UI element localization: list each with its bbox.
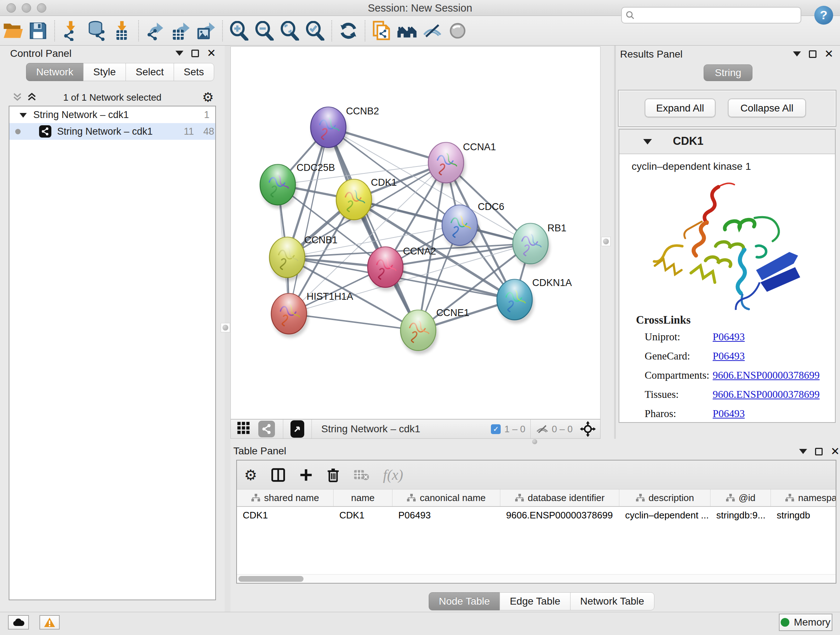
delete-table-icon[interactable]	[354, 469, 369, 481]
delete-column-icon[interactable]	[327, 468, 340, 482]
results-panel-float-icon[interactable]	[809, 50, 816, 58]
column-header-description[interactable]: description	[619, 489, 711, 506]
vertical-splitter-left[interactable]	[225, 46, 231, 612]
column-header-canonical-name[interactable]: canonical name	[393, 489, 500, 506]
splitter-handle[interactable]	[221, 323, 230, 333]
column-header-shared-name[interactable]: shared name	[237, 489, 333, 506]
network-overview-icon[interactable]	[258, 421, 275, 437]
network-edge-CCNB2-HIST1H1A[interactable]	[289, 127, 328, 314]
network-node-CCNA2[interactable]	[368, 247, 405, 291]
show-columns-icon[interactable]	[271, 468, 286, 482]
update-network-icon[interactable]	[336, 19, 361, 42]
show-hidden-icon[interactable]	[445, 19, 470, 42]
results-panel-close-icon[interactable]: ✕	[824, 50, 834, 58]
control-panel-collapse-icon[interactable]	[175, 51, 183, 56]
gene-section-header[interactable]: CDK1	[619, 130, 835, 154]
cloud-status-button[interactable]	[8, 615, 29, 630]
export-table-icon[interactable]	[168, 19, 193, 42]
section-expander-icon[interactable]	[643, 139, 652, 144]
crosslink-uniprot[interactable]: P06493	[713, 331, 745, 343]
toolbar-separator	[138, 20, 139, 41]
tree-expander-icon[interactable]	[19, 113, 27, 118]
vertical-splitter-right[interactable]	[600, 46, 616, 439]
table-horizontal-scrollbar[interactable]	[237, 574, 836, 583]
crosslink-tissues[interactable]: 9606.ENSP00000378699	[713, 388, 820, 401]
warnings-button[interactable]	[39, 615, 60, 630]
hide-selected-icon[interactable]	[420, 19, 445, 42]
help-button[interactable]: ?	[814, 6, 833, 25]
network-node-RB1[interactable]	[513, 223, 550, 268]
zoom-in-icon[interactable]	[226, 19, 252, 42]
scrollbar-thumb[interactable]	[238, 576, 303, 582]
detach-view-icon[interactable]	[291, 420, 304, 438]
collapse-all-button[interactable]: Collapse All	[728, 98, 806, 117]
add-column-icon[interactable]	[299, 468, 313, 482]
column-header-database-identifier[interactable]: database identifier	[500, 489, 619, 506]
tab-network-table[interactable]: Network Table	[570, 592, 654, 610]
tab-network[interactable]: Network	[26, 63, 84, 81]
tab-string[interactable]: String	[704, 65, 752, 81]
crosslink-label: Compartments:	[645, 369, 709, 381]
crosslink-label: Pharos:	[645, 408, 676, 420]
control-panel-float-icon[interactable]	[191, 50, 199, 57]
table-panel-float-icon[interactable]	[815, 448, 823, 455]
network-selection-status: 1 of 1 Network selected	[0, 92, 225, 103]
import-network-from-database-icon[interactable]	[84, 19, 109, 42]
horizontal-splitter[interactable]	[231, 439, 840, 445]
tab-select[interactable]: Select	[126, 63, 174, 81]
network-node-CCNE1[interactable]	[401, 310, 438, 355]
apply-function-icon[interactable]: f(x)	[383, 466, 403, 483]
network-collection-row[interactable]: String Network – cdk1 1	[9, 106, 215, 123]
tab-style[interactable]: Style	[83, 63, 126, 81]
copy-network-icon[interactable]	[369, 19, 394, 42]
tab-node-table[interactable]: Node Table	[429, 592, 500, 610]
column-header-name[interactable]: name	[333, 489, 393, 506]
export-image-icon[interactable]	[193, 19, 218, 42]
search-input[interactable]	[638, 10, 797, 21]
column-header-namespace[interactable]: namespace	[771, 489, 836, 506]
network-node-CCNB2[interactable]	[311, 107, 348, 151]
network-node-CCNA1[interactable]	[428, 142, 466, 187]
expand-all-button[interactable]: Expand All	[645, 98, 715, 117]
save-session-icon[interactable]	[25, 19, 51, 42]
network-node-CDC25B[interactable]	[260, 165, 297, 209]
export-network-icon[interactable]	[142, 19, 168, 42]
crosslink-genecard[interactable]: P06493	[713, 350, 745, 362]
search-box[interactable]	[621, 7, 801, 24]
column-header-id[interactable]: @id	[711, 489, 771, 506]
network-node-CDKN1A[interactable]	[497, 279, 534, 324]
table-panel-close-icon[interactable]: ✕	[831, 448, 840, 455]
table-options-gear-icon[interactable]: ⚙	[244, 467, 257, 483]
results-panel-collapse-icon[interactable]	[793, 51, 801, 57]
splitter-handle[interactable]	[532, 439, 537, 444]
tab-sets[interactable]: Sets	[174, 63, 214, 81]
memory-button[interactable]: Memory	[779, 614, 832, 631]
network-view-canvas[interactable]: CCNB2CCNA1CDC25BCDK1CDC6RB1CCNB1CCNA2HIS…	[231, 46, 600, 419]
zoom-selected-icon[interactable]	[302, 19, 328, 42]
table-panel-collapse-icon[interactable]	[799, 449, 807, 454]
network-options-gear-icon[interactable]: ⚙	[202, 90, 214, 105]
import-table-from-file-icon[interactable]	[109, 19, 134, 42]
tab-edge-table[interactable]: Edge Table	[500, 592, 570, 610]
zoom-fit-content-icon[interactable]	[277, 19, 302, 42]
splitter-handle[interactable]	[601, 237, 611, 246]
control-panel-close-icon[interactable]: ✕	[207, 49, 216, 57]
zoom-out-icon[interactable]	[252, 19, 277, 42]
network-node-CDC6[interactable]	[442, 205, 479, 249]
toolbar-separator	[332, 20, 332, 41]
crosslink-label: Tissues:	[645, 388, 679, 401]
navigator-crosshair-icon[interactable]	[580, 421, 596, 437]
network-row-selected[interactable]: String Network – cdk1 11 48	[9, 123, 215, 140]
table-row[interactable]: CDK1CDK1P064939606.ENSP00000378699cyclin…	[237, 507, 836, 524]
crosslink-pharos[interactable]: P06493	[713, 408, 745, 420]
selected-checkbox-icon[interactable]: ✓	[491, 424, 501, 434]
network-node-CDK1[interactable]	[336, 179, 373, 223]
crosslink-compartments[interactable]: 9606.ENSP00000378699	[713, 369, 820, 381]
show-all-networks-icon[interactable]	[394, 19, 420, 42]
import-network-from-file-icon[interactable]	[58, 19, 84, 42]
network-type-icon	[39, 125, 51, 138]
column-type-tree-icon	[636, 494, 645, 502]
open-session-icon[interactable]	[0, 19, 25, 42]
grid-view-icon[interactable]	[237, 421, 253, 437]
toolbar-separator	[365, 20, 365, 41]
